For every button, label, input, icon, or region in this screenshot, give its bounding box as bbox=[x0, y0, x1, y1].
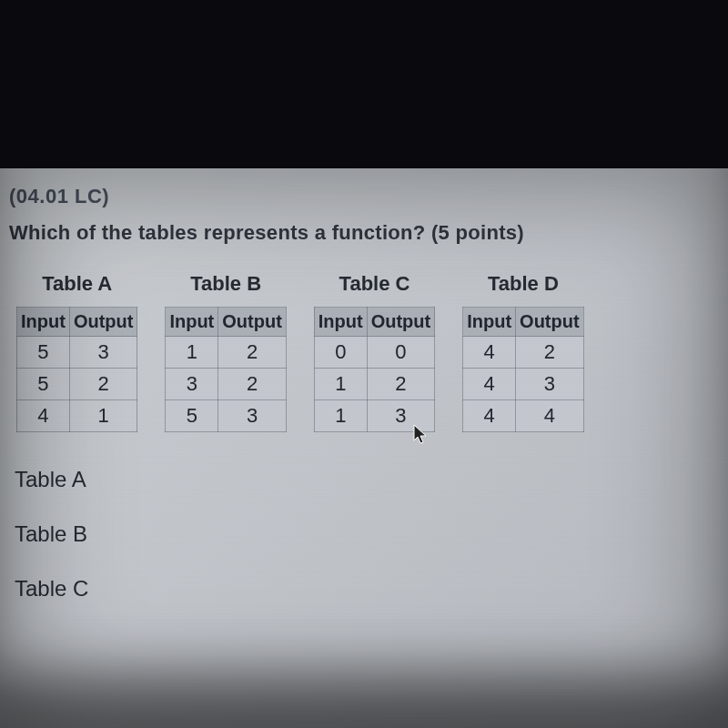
photo-noise bbox=[0, 168, 728, 728]
table-row: 5 2 bbox=[17, 369, 137, 400]
col-header-input: Input bbox=[463, 308, 516, 337]
cell: 4 bbox=[463, 400, 516, 432]
question-panel: (04.01 LC) Which of the tables represent… bbox=[0, 168, 728, 728]
cell: 2 bbox=[218, 337, 287, 369]
option-a[interactable]: Table A bbox=[15, 467, 719, 492]
data-table-c: Input Output 0 0 1 2 1 3 bbox=[314, 307, 435, 432]
cell: 2 bbox=[69, 369, 137, 400]
cell: 1 bbox=[314, 369, 367, 400]
cell: 4 bbox=[516, 400, 584, 432]
table-title: Table D bbox=[462, 272, 583, 296]
cell: 5 bbox=[17, 337, 70, 369]
cell: 1 bbox=[166, 337, 218, 369]
table-row: 1 3 bbox=[314, 400, 434, 432]
cell: 3 bbox=[516, 369, 584, 400]
cell: 4 bbox=[17, 400, 70, 432]
table-row: 4 2 bbox=[463, 337, 583, 369]
col-header-input: Input bbox=[166, 308, 218, 337]
table-title: Table B bbox=[165, 272, 286, 296]
table-row: 4 1 bbox=[17, 400, 137, 432]
photo-vignette bbox=[0, 168, 728, 728]
cell: 1 bbox=[314, 400, 367, 432]
table-block-d: Table D Input Output 4 2 4 3 4 4 bbox=[462, 272, 583, 432]
col-header-input: Input bbox=[17, 308, 70, 337]
col-header-output: Output bbox=[516, 308, 584, 337]
table-row: 4 4 bbox=[463, 400, 583, 432]
col-header-input: Input bbox=[314, 308, 367, 337]
col-header-output: Output bbox=[367, 308, 435, 337]
option-c[interactable]: Table C bbox=[15, 576, 719, 602]
data-table-a: Input Output 5 3 5 2 4 1 bbox=[16, 307, 137, 432]
cell: 2 bbox=[218, 369, 287, 400]
table-row: 1 2 bbox=[166, 337, 286, 369]
cell: 1 bbox=[69, 400, 137, 432]
table-block-b: Table B Input Output 1 2 3 2 5 3 bbox=[165, 272, 286, 432]
cell: 3 bbox=[367, 400, 435, 432]
option-b[interactable]: Table B bbox=[15, 521, 719, 547]
table-title: Table A bbox=[16, 272, 137, 296]
table-title: Table C bbox=[314, 272, 435, 296]
cell: 4 bbox=[463, 337, 516, 369]
question-text: Which of the tables represents a functio… bbox=[9, 221, 719, 245]
tables-row: Table A Input Output 5 3 5 2 4 1 bbox=[9, 272, 719, 432]
table-block-c: Table C Input Output 0 0 1 2 1 3 bbox=[314, 272, 435, 432]
cell: 3 bbox=[218, 400, 287, 432]
cell: 3 bbox=[69, 337, 137, 369]
data-table-b: Input Output 1 2 3 2 5 3 bbox=[165, 307, 286, 432]
answer-options: Table A Table B Table C bbox=[9, 467, 719, 602]
cell: 4 bbox=[463, 369, 516, 400]
table-row: 3 2 bbox=[166, 369, 286, 400]
data-table-d: Input Output 4 2 4 3 4 4 bbox=[462, 307, 583, 432]
cell: 5 bbox=[166, 400, 218, 432]
cell: 2 bbox=[367, 369, 435, 400]
cell: 5 bbox=[17, 369, 70, 400]
col-header-output: Output bbox=[69, 308, 137, 337]
question-code: (04.01 LC) bbox=[9, 185, 719, 208]
table-row: 1 2 bbox=[314, 369, 434, 400]
table-row: 5 3 bbox=[17, 337, 137, 369]
table-row: 4 3 bbox=[463, 369, 583, 400]
table-row: 0 0 bbox=[314, 337, 434, 369]
cell: 0 bbox=[314, 337, 367, 369]
table-row: 5 3 bbox=[166, 400, 286, 432]
col-header-output: Output bbox=[218, 308, 287, 337]
cell: 2 bbox=[516, 337, 584, 369]
cell: 0 bbox=[367, 337, 435, 369]
table-block-a: Table A Input Output 5 3 5 2 4 1 bbox=[16, 272, 137, 432]
cell: 3 bbox=[166, 369, 218, 400]
